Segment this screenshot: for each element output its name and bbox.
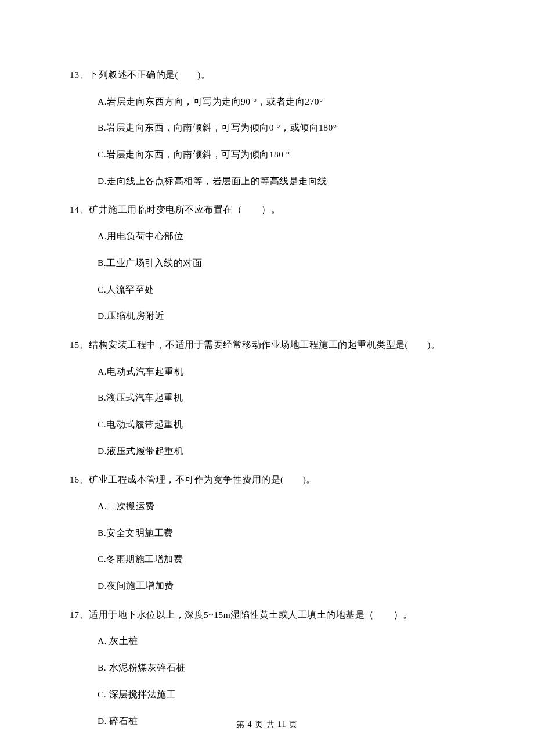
question-number: 16、 xyxy=(70,474,89,484)
question-options: A. 灰土桩 B. 水泥粉煤灰碎石桩 C. 深层搅拌法施工 D. 碎石桩 xyxy=(70,635,476,727)
question-stem: 14、矿井施工用临时变电所不应布置在（ ）。 xyxy=(70,203,476,216)
question-stem: 16、矿业工程成本管理，不可作为竞争性费用的是( )。 xyxy=(70,473,476,486)
question-stem: 17、适用于地下水位以上，深度5~15m湿陷性黄土或人工填土的地基是（ ）。 xyxy=(70,609,476,621)
option-d: D.压缩机房附近 xyxy=(98,309,476,322)
question-number: 17、 xyxy=(70,610,89,620)
question-14: 14、矿井施工用临时变电所不应布置在（ ）。 A.用电负荷中心部位 B.工业广场… xyxy=(70,203,476,322)
option-a: A.岩层走向东西方向，可写为走向90 °，或者走向270° xyxy=(98,95,476,108)
question-16: 16、矿业工程成本管理，不可作为竞争性费用的是( )。 A.二次搬运费 B.安全… xyxy=(70,473,476,592)
question-text: 结构安装工程中，不适用于需要经常移动作业场地工程施工的起重机类型是( )。 xyxy=(89,340,440,350)
question-text: 矿业工程成本管理，不可作为竞争性费用的是( )。 xyxy=(89,474,316,484)
option-a: A.电动式汽车起重机 xyxy=(98,365,476,378)
option-d: D.走向线上各点标高相等，岩层面上的等高线是走向线 xyxy=(98,175,476,188)
option-b: B.工业广场引入线的对面 xyxy=(98,257,476,269)
question-text: 矿井施工用临时变电所不应布置在（ ）。 xyxy=(89,204,280,214)
question-number: 14、 xyxy=(70,204,89,214)
option-a: A.用电负荷中心部位 xyxy=(98,230,476,243)
question-options: A.二次搬运费 B.安全文明施工费 C.冬雨期施工增加费 D.夜间施工增加费 xyxy=(70,500,476,592)
page-footer: 第 4 页 共 11 页 xyxy=(0,719,534,730)
question-15: 15、结构安装工程中，不适用于需要经常移动作业场地工程施工的起重机类型是( )。… xyxy=(70,339,476,457)
question-stem: 13、下列叙述不正确的是( )。 xyxy=(70,69,476,81)
question-options: A.岩层走向东西方向，可写为走向90 °，或者走向270° B.岩层走向东西，向… xyxy=(70,95,476,188)
question-text: 适用于地下水位以上，深度5~15m湿陷性黄土或人工填土的地基是（ ）。 xyxy=(89,610,413,620)
question-17: 17、适用于地下水位以上，深度5~15m湿陷性黄土或人工填土的地基是（ ）。 A… xyxy=(70,609,476,727)
question-text: 下列叙述不正确的是( )。 xyxy=(89,70,210,80)
question-13: 13、下列叙述不正确的是( )。 A.岩层走向东西方向，可写为走向90 °，或者… xyxy=(70,69,476,187)
option-d: D.夜间施工增加费 xyxy=(98,579,476,592)
option-c: C.岩层走向东西，向南倾斜，可写为倾向180 ° xyxy=(98,148,476,161)
question-stem: 15、结构安装工程中，不适用于需要经常移动作业场地工程施工的起重机类型是( )。 xyxy=(70,339,476,351)
option-d: D.液压式履带起重机 xyxy=(98,445,476,458)
option-c: C.人流罕至处 xyxy=(98,283,476,296)
option-c: C. 深层搅拌法施工 xyxy=(98,688,476,701)
question-options: A.电动式汽车起重机 B.液压式汽车起重机 C.电动式履带起重机 D.液压式履带… xyxy=(70,365,476,458)
question-number: 15、 xyxy=(70,340,89,350)
option-c: C.电动式履带起重机 xyxy=(98,418,476,431)
option-b: B.安全文明施工费 xyxy=(98,527,476,539)
page-content: 13、下列叙述不正确的是( )。 A.岩层走向东西方向，可写为走向90 °，或者… xyxy=(0,0,534,727)
option-b: B.岩层走向东西，向南倾斜，可写为倾向0 °，或倾向180° xyxy=(98,121,476,134)
option-b: B. 水泥粉煤灰碎石桩 xyxy=(98,661,476,674)
option-a: A. 灰土桩 xyxy=(98,635,476,647)
question-number: 13、 xyxy=(70,70,89,80)
option-a: A.二次搬运费 xyxy=(98,500,476,513)
question-options: A.用电负荷中心部位 B.工业广场引入线的对面 C.人流罕至处 D.压缩机房附近 xyxy=(70,230,476,322)
option-b: B.液压式汽车起重机 xyxy=(98,391,476,404)
option-c: C.冬雨期施工增加费 xyxy=(98,553,476,566)
